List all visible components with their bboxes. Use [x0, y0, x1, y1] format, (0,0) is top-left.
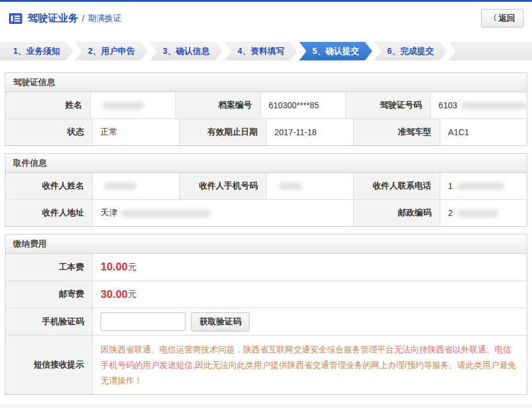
mailing-fee-value: 30.00 元 [92, 281, 527, 307]
recipient-address-value: 天津 [92, 200, 353, 226]
status-value: 正常 [92, 119, 179, 145]
license-number-value: 6103 [430, 92, 527, 118]
sms-code-label: 手机验证码 [5, 308, 92, 335]
pickup-info-section: 取件信息 收件人姓名 收件人手机号码 收件人联系电话 1 收件人地址 天津 邮政… [5, 153, 527, 227]
redacted-postal-code [457, 209, 498, 217]
redacted-name [102, 102, 144, 109]
vehicle-class-value: A1C1 [440, 119, 527, 145]
page-bottom-strip [0, 404, 532, 408]
breadcrumb-divider: / [82, 14, 84, 23]
breadcrumb-current: 期满换证 [88, 13, 121, 24]
license-number-prefix: 6103 [439, 101, 457, 110]
back-button-label: 返回 [498, 13, 515, 24]
recipient-mobile-value [266, 173, 353, 199]
redacted-recipient-phone [457, 182, 504, 190]
vehicle-class-label: 准驾车型 [353, 119, 440, 145]
back-button[interactable]: 〈 返回 [481, 9, 524, 28]
step-4-fill-data[interactable]: 4、资料填写 [224, 42, 297, 60]
production-fee-unit: 元 [128, 262, 136, 273]
sms-code-input[interactable] [101, 312, 186, 331]
production-fee-value: 10.00 元 [92, 254, 527, 281]
name-value [90, 92, 175, 118]
table-row: 邮寄费 30.00 元 [5, 281, 527, 307]
expiry-date-label: 有效期止日期 [179, 119, 266, 145]
redacted-license-number [461, 102, 527, 109]
recipient-phone-prefix: 1 [448, 181, 453, 191]
name-label: 姓名 [5, 92, 90, 118]
wizard-step-bar: 1、业务须知 2、用户申告 3、确认信息 4、资料填写 5、确认提交 6、完成提… [0, 42, 532, 60]
file-number-value: 610300****85 [260, 92, 345, 118]
page-header: 驾驶证业务 / 期满换证 〈 返回 [0, 2, 532, 35]
back-chevron-icon: 〈 [490, 13, 497, 23]
sms-code-cell: 获取验证码 [92, 308, 527, 335]
redacted-recipient-mobile [278, 182, 302, 190]
table-row: 收件人地址 天津 邮政编码 2 [5, 199, 527, 226]
recipient-name-value [92, 173, 179, 199]
expiry-date-value: 2017-11-18 [266, 119, 353, 145]
recipient-address-prefix: 天津 [101, 208, 117, 218]
step-3-confirm-info[interactable]: 3、确认信息 [150, 42, 223, 60]
postal-code-value: 2 [440, 200, 527, 226]
table-row: 手机验证码 获取验证码 [5, 307, 527, 335]
recipient-name-label: 收件人姓名 [5, 173, 92, 199]
recipient-address-label: 收件人地址 [5, 200, 92, 226]
fees-title: 缴纳费用 [5, 235, 527, 254]
sms-notice-text: 因陕西省联通、电信运营商技术问题，陕西省互联网交通安全综合服务管理平台无法向持陕… [92, 336, 527, 394]
redacted-recipient-address [121, 209, 211, 217]
license-number-label: 驾驶证号码 [345, 92, 430, 118]
mailing-fee-label: 邮寄费 [5, 281, 92, 307]
table-row: 状态 正常 有效期止日期 2017-11-18 准驾车型 A1C1 [5, 118, 527, 145]
get-sms-code-button[interactable]: 获取验证码 [191, 312, 250, 331]
license-info-title: 驾驶证信息 [5, 73, 527, 92]
step-2-user-declaration[interactable]: 2、用户申告 [75, 42, 148, 60]
postal-code-prefix: 2 [448, 208, 453, 218]
redacted-recipient-name [104, 182, 137, 190]
table-row: 姓名 档案编号 610300****85 驾驶证号码 6103 [5, 92, 527, 118]
license-service-icon [8, 13, 23, 25]
mailing-fee-unit: 元 [128, 289, 136, 300]
sms-notice-label: 短信接收提示 [5, 336, 92, 394]
step-1-business-notice[interactable]: 1、业务须知 [0, 42, 73, 60]
postal-code-label: 邮政编码 [353, 200, 440, 226]
file-number-label: 档案编号 [175, 92, 260, 118]
step-5-confirm-submit[interactable]: 5、确认提交 [299, 42, 372, 60]
recipient-phone-label: 收件人联系电话 [353, 173, 440, 199]
fees-section: 缴纳费用 工本费 10.00 元 邮寄费 30.00 元 手机验证码 获取验证码… [5, 234, 527, 395]
step-6-finish-submit[interactable]: 6、完成提交 [374, 42, 447, 60]
production-fee-label: 工本费 [5, 254, 92, 281]
page-title: 驾驶证业务 [28, 11, 78, 25]
table-row: 短信接收提示 因陕西省联通、电信运营商技术问题，陕西省互联网交通安全综合服务管理… [5, 335, 527, 394]
status-label: 状态 [5, 119, 92, 145]
production-fee-amount: 10.00 [101, 261, 127, 273]
recipient-phone-value: 1 [440, 173, 527, 199]
license-info-section: 驾驶证信息 姓名 档案编号 610300****85 驾驶证号码 6103 状态… [5, 72, 527, 146]
sms-notice-segment-1: 因陕西省联通、电信运营商技术问题，陕西省互联网交通安全综合服务管理平台 [101, 345, 394, 354]
table-row: 收件人姓名 收件人手机号码 收件人联系电话 1 [5, 173, 527, 199]
table-row: 工本费 10.00 元 [5, 254, 527, 281]
recipient-mobile-label: 收件人手机号码 [179, 173, 266, 199]
mailing-fee-amount: 30.00 [101, 288, 127, 301]
pickup-info-title: 取件信息 [5, 154, 527, 173]
step-bar-filler [449, 42, 532, 60]
